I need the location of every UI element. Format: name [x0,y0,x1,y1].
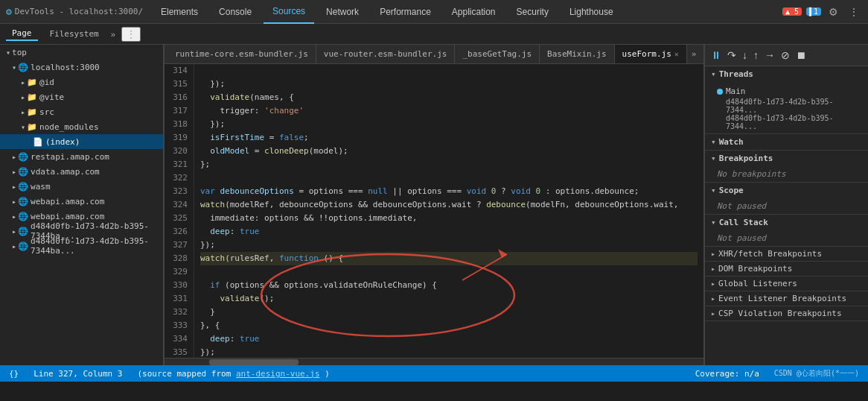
tree-item-top[interactable]: ▾ top [0,45,163,60]
tree-item-atid[interactable]: ▸ 📁 @id [0,75,163,89]
globe-icon: 🌐 [18,241,28,251]
arrow-icon: ▸ [21,78,25,86]
tree-item-localhost[interactable]: ▾ 🌐 localhost:3000 [0,60,163,75]
tree-item-index[interactable]: 📄 (index) [0,134,163,149]
step-into-button[interactable]: ↓ [741,48,749,63]
tree-item-wasm[interactable]: ▸ 🌐 wasm [0,179,163,194]
tree-item-restapi[interactable]: ▸ 🌐 restapi.amap.com [0,149,163,164]
close-icon[interactable]: ✕ [674,50,679,58]
csp-header[interactable]: ▸ CSP Violation Breakpoints [705,306,868,321]
more-button[interactable]: ⋮ [846,4,862,19]
arrow-icon: ▸ [12,227,16,236]
pause-button[interactable]: ⏸ [709,48,723,63]
tree-label: @id [39,78,54,87]
file-tabs-layout[interactable]: ⊟ [701,48,703,60]
code-content[interactable]: }); validate(names, { trigger: 'change' … [194,64,703,358]
breakpoints-header[interactable]: ▾ Breakpoints [705,151,868,166]
tab-sources[interactable]: Sources [264,0,314,24]
pause-exception-button[interactable]: ⏹ [794,48,808,63]
arrow-icon: ▸ [12,212,16,221]
filesystem-tab[interactable]: Filesystem [44,28,105,40]
watch-label: Watch [719,137,744,147]
event-label: Event Listener Breakpoints [718,294,846,303]
callstack-section: ▾ Call Stack Not paused [705,215,868,247]
status-bar: {} Line 327, Column 3 (source mapped fro… [0,365,868,382]
code-panel[interactable]: runtime-core.esm-bundler.js vue-router.e… [165,45,703,365]
xhr-section: ▸ XHR/fetch Breakpoints [705,247,868,262]
arrow-icon: ▸ [21,108,25,116]
tree-item-hash2[interactable]: ▸ 🌐 d484d0fb-1d73-4d2b-b395-7344ba... [0,239,163,253]
breakpoints-section: ▾ Breakpoints No breakpoints [705,151,868,183]
threads-content: Main d484d0fb-1d73-4d2b-b395-7344... d48… [705,82,868,133]
info-badge: ▌1 [806,7,821,16]
tab-security[interactable]: Security [508,0,558,24]
thread-main[interactable]: Main [717,85,862,98]
file-tab-vue-router[interactable]: vue-router.esm-bundler.js [316,45,456,64]
step-button[interactable]: → [763,48,776,63]
step-over-button[interactable]: ↷ [726,48,738,63]
arrow-icon: ▸ [12,183,16,191]
xhr-header[interactable]: ▸ XHR/fetch Breakpoints [705,247,868,261]
event-section: ▸ Event Listener Breakpoints [705,291,868,306]
debug-toolbar: ⏸ ↷ ↓ ↑ → ⊘ ⏹ [705,45,868,66]
file-tab-runtime[interactable]: runtime-core.esm-bundler.js [167,45,316,64]
tree-options[interactable]: ⋮ [121,27,141,42]
file-tab-basemixin[interactable]: BaseMixin.js [540,45,614,64]
tree-item-node-modules[interactable]: ▾ 📁 node_modules [0,119,163,134]
tree-item-atvite[interactable]: ▸ 📁 @vite [0,89,163,104]
tree-label: node_modules [39,122,98,132]
file-icon: 📄 [33,137,43,147]
threads-section: ▾ Threads Main d484d0fb-1d73-4d2b-b395-7… [705,66,868,134]
source-link[interactable]: ant-design-vue.js [236,369,320,379]
settings-button[interactable]: ⚙ [826,4,841,19]
sources-more[interactable]: » [111,30,115,39]
page-tab[interactable]: Page [6,27,38,41]
globe-icon: 🌐 [18,227,28,236]
tree-item-vdata[interactable]: ▸ 🌐 vdata.amap.com [0,164,163,179]
tree-item-webapi1[interactable]: ▸ 🌐 webapi.amap.com [0,194,163,209]
tab-network[interactable]: Network [317,0,368,24]
folder-icon: 📁 [27,92,37,102]
tab-performance[interactable]: Performance [371,0,440,24]
horizontal-scrollbar[interactable] [165,358,703,365]
cursor-position: Line 327, Column 3 [33,369,122,379]
file-tab-useform[interactable]: useForm.js ✕ [615,45,687,64]
file-tab-basegettag[interactable]: _baseGetTag.js [455,45,540,64]
watch-header[interactable]: ▾ Watch [705,134,868,150]
file-tabs-more[interactable]: » [687,49,701,59]
tab-application[interactable]: Application [443,0,505,24]
xhr-label: XHR/fetch Breakpoints [718,249,822,259]
scroll-thumb[interactable] [209,359,299,365]
arrow-icon: ▾ [12,63,16,72]
deactivate-button[interactable]: ⊘ [779,48,791,63]
scope-content: Not paused [705,198,868,214]
tab-lighthouse[interactable]: Lighthouse [561,0,622,24]
arrow-icon: ▾ [6,48,10,57]
scope-label: Scope [719,186,744,195]
scope-header[interactable]: ▾ Scope [705,183,868,198]
arrow-icon: ▸ [12,153,16,161]
event-header[interactable]: ▸ Event Listener Breakpoints [705,291,868,306]
callstack-header[interactable]: ▾ Call Stack [705,215,868,230]
tree-label: wasm [31,182,51,192]
tree-label: webapi.amap.com [31,197,104,206]
step-out-button[interactable]: ↑ [752,48,760,63]
debugger-panel: ⏸ ↷ ↓ ↑ → ⊘ ⏹ ▾ Threads Main d484d0fb-1d… [704,45,868,365]
threads-header[interactable]: ▾ Threads [705,66,868,82]
source-info: (source mapped from ant-design-vue.js ) [137,369,329,379]
global-header[interactable]: ▸ Global Listeners [705,277,868,291]
top-right-controls: ▲ 5 ▌1 ⚙ ⋮ [782,4,862,19]
arrow-icon: ▸ [711,265,715,273]
coverage-info: Coverage: n/a [695,369,759,379]
main-layout: ▾ top ▾ 🌐 localhost:3000 ▸ 📁 @id ▸ 📁 @vi… [0,45,868,365]
file-tab-label: vue-router.esm-bundler.js [324,49,447,59]
tree-item-src[interactable]: ▸ 📁 src [0,104,163,119]
tab-elements[interactable]: Elements [152,0,207,24]
tab-console[interactable]: Console [210,0,261,24]
code-area[interactable]: 314 315 316 317 318 319 320 321 322 323 … [165,64,703,358]
dom-header[interactable]: ▸ DOM Breakpoints [705,262,868,276]
tree-label: vdata.amap.com [31,167,100,177]
error-badge: ▲ 5 [782,7,802,16]
globe-icon: 🌐 [18,182,28,192]
no-breakpoints-text: No breakpoints [717,166,786,182]
